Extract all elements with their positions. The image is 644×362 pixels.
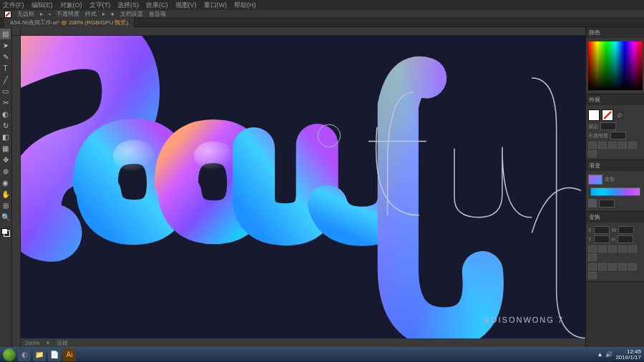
w-label: W bbox=[612, 228, 617, 233]
menu-view[interactable]: 视图(V) bbox=[175, 1, 197, 10]
style-label: 样式 bbox=[85, 10, 97, 18]
stroke-dropdown[interactable]: 无边框 bbox=[17, 10, 34, 18]
vertical-ruler[interactable] bbox=[12, 36, 21, 347]
gradient-preview[interactable] bbox=[588, 175, 602, 185]
stroke-weight[interactable]: ▸ bbox=[40, 11, 43, 17]
cap-square-icon[interactable] bbox=[608, 142, 617, 149]
tray-sound-icon[interactable]: 🔊 bbox=[605, 351, 613, 358]
pf-intersect-icon[interactable] bbox=[608, 263, 617, 270]
join-bevel-icon[interactable] bbox=[588, 150, 597, 157]
pen-tool[interactable]: ✎ bbox=[0, 52, 11, 62]
taskbar-item-1[interactable]: ◐ bbox=[18, 348, 31, 361]
fill-stroke-icon[interactable] bbox=[0, 227, 11, 238]
type-tool[interactable]: T bbox=[0, 63, 11, 74]
align-bottom-icon[interactable] bbox=[588, 254, 597, 261]
pf-exclude-icon[interactable] bbox=[618, 263, 627, 270]
menu-select[interactable]: 选择(S) bbox=[117, 1, 139, 10]
line-tool[interactable]: ╱ bbox=[0, 74, 11, 85]
gradient-panel-title[interactable]: 渐变 bbox=[586, 160, 644, 171]
stroke-swatch[interactable] bbox=[602, 109, 613, 121]
stroke-weight-label: 描边 bbox=[588, 123, 598, 130]
y-input[interactable] bbox=[594, 235, 610, 243]
taskbar-item-ai[interactable]: Ai bbox=[63, 348, 76, 361]
zoom-tool[interactable]: 🔍 bbox=[0, 212, 11, 222]
opacity-input[interactable] bbox=[610, 132, 626, 140]
taskbar-item-2[interactable]: 📁 bbox=[33, 348, 46, 361]
width-tool[interactable]: ◧ bbox=[0, 132, 11, 142]
gradient-stop-icon[interactable] bbox=[588, 199, 597, 207]
color-panel-title[interactable]: 颜色 bbox=[586, 27, 644, 38]
document-tab[interactable]: A54-56夜间工作.ai* @ 200% (RGB/GPU 预览) bbox=[4, 18, 135, 27]
gradient-panel: 渐变 类型 bbox=[586, 160, 644, 212]
svg-point-0 bbox=[113, 140, 155, 171]
join-miter-icon[interactable] bbox=[618, 142, 627, 149]
gradient-slider[interactable] bbox=[590, 187, 640, 196]
artboard-tool[interactable]: ⊞ bbox=[0, 200, 11, 211]
ruler-origin[interactable] bbox=[12, 27, 21, 36]
no-stroke-icon[interactable]: ⊘ bbox=[615, 111, 624, 119]
menu-help[interactable]: 帮助(H) bbox=[234, 1, 256, 10]
hand-tool[interactable]: ✋ bbox=[0, 189, 11, 200]
align-right-icon[interactable] bbox=[608, 245, 617, 253]
menu-type[interactable]: 文字(T) bbox=[89, 1, 111, 10]
cap-butt-icon[interactable] bbox=[588, 142, 597, 149]
color-spectrum[interactable] bbox=[588, 41, 643, 90]
fill-swatch[interactable] bbox=[588, 109, 600, 121]
align-top-icon[interactable] bbox=[618, 245, 627, 253]
rectangle-tool[interactable]: ▭ bbox=[0, 86, 11, 97]
pf-minus-icon[interactable] bbox=[598, 263, 607, 270]
symbol-tool[interactable]: ◉ bbox=[0, 177, 11, 188]
h-label: H bbox=[612, 237, 615, 242]
menu-file[interactable]: 文件(F) bbox=[3, 1, 24, 10]
color-panel: 颜色 bbox=[586, 27, 644, 94]
h-input[interactable] bbox=[618, 235, 633, 243]
menu-effect[interactable]: 效果(C) bbox=[146, 1, 168, 10]
selection-tool[interactable]: ▤ bbox=[0, 29, 11, 39]
preferences-button[interactable]: 首选项 bbox=[149, 10, 166, 18]
gradient-angle-input[interactable] bbox=[599, 200, 615, 207]
stroke-weight-input[interactable] bbox=[600, 122, 616, 130]
blend-tool[interactable]: ⊕ bbox=[0, 166, 11, 177]
tab-mode: (RGB/GPU 预览) bbox=[83, 19, 128, 26]
mesh-tool[interactable]: ▦ bbox=[0, 143, 11, 154]
windows-taskbar: ◐ 📁 📄 Ai ▲ 🔊 12:45 2016/1/17 bbox=[0, 347, 644, 362]
join-round-icon[interactable] bbox=[628, 142, 637, 149]
fill-swatch-icon[interactable] bbox=[4, 11, 11, 18]
artboard[interactable]: EDISONWONG 7 bbox=[21, 36, 585, 338]
opacity-label: 不透明度 bbox=[57, 10, 79, 18]
w-input[interactable] bbox=[618, 226, 634, 234]
pf-unite-icon[interactable] bbox=[588, 263, 597, 270]
pf-trim-icon[interactable] bbox=[588, 272, 597, 279]
menu-object[interactable]: 对象(O) bbox=[60, 1, 82, 10]
watermark-text: EDISONWONG 7 bbox=[484, 315, 564, 324]
style-dropdown[interactable]: ▸ bbox=[102, 11, 105, 17]
menu-window[interactable]: 窗口(W) bbox=[204, 1, 228, 10]
appearance-panel-title[interactable]: 外观 bbox=[586, 94, 644, 105]
transform-panel-title[interactable]: 变换 bbox=[586, 212, 644, 222]
tab-filename: A54-56夜间工作.ai* bbox=[10, 19, 59, 26]
zoom-level[interactable]: 200% bbox=[25, 340, 39, 346]
align-left-icon[interactable] bbox=[588, 245, 597, 253]
taskbar-item-3[interactable]: 📄 bbox=[48, 348, 61, 361]
transform-panel: 变换 XW YH bbox=[586, 212, 644, 282]
align-hcenter-icon[interactable] bbox=[598, 245, 607, 253]
appearance-panel: 外观 ⊘ 描边 不透明度 bbox=[586, 94, 644, 160]
x-input[interactable] bbox=[594, 226, 610, 234]
menu-bar: 文件(F) 编辑(E) 对象(O) 文字(T) 选择(S) 效果(C) 视图(V… bbox=[0, 0, 644, 10]
direct-selection-tool[interactable]: ➤ bbox=[0, 40, 11, 51]
scale-tool[interactable]: ↻ bbox=[0, 120, 11, 131]
cap-round-icon[interactable] bbox=[598, 142, 607, 149]
tray-network-icon[interactable]: ▲ bbox=[597, 351, 602, 358]
pf-divide-icon[interactable] bbox=[628, 263, 637, 270]
doc-setup-button[interactable]: 文档设置 bbox=[120, 10, 143, 18]
eyedropper-tool[interactable]: ✥ bbox=[0, 155, 11, 165]
y-label: Y bbox=[588, 237, 592, 242]
system-tray[interactable]: ▲ 🔊 12:45 2016/1/17 bbox=[597, 349, 641, 361]
horizontal-ruler[interactable] bbox=[21, 27, 585, 36]
align-vcenter-icon[interactable] bbox=[628, 245, 637, 253]
current-tool-label: 选择 bbox=[57, 339, 68, 347]
scissors-tool[interactable]: ✂ bbox=[0, 97, 11, 108]
rotate-tool[interactable]: ◐ bbox=[0, 109, 11, 119]
menu-edit[interactable]: 编辑(E) bbox=[31, 1, 53, 10]
start-button[interactable] bbox=[3, 348, 16, 361]
